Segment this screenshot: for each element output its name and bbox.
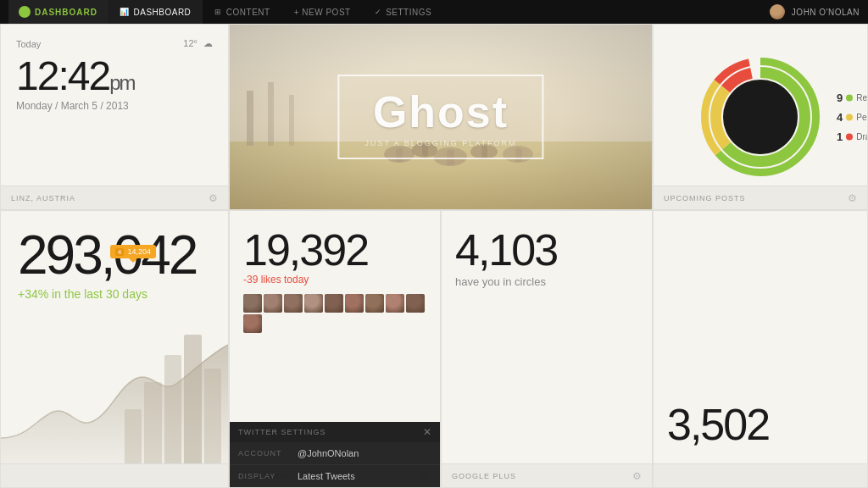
- ready-label: Ready: [856, 93, 868, 103]
- upcoming-posts-label: UPCOMING POSTS: [664, 194, 746, 202]
- twitter-display-label: DISPLAY: [238, 472, 298, 480]
- twitter-close-button[interactable]: ✕: [423, 426, 431, 438]
- circles-number: 4,103: [455, 228, 638, 272]
- user-name[interactable]: JOHN O'NOLAN: [792, 8, 860, 17]
- mini-avatar: [304, 294, 323, 313]
- clock-display: 12:42pm: [16, 56, 213, 97]
- views-widget: 293,042 +34% in the last 30 days: [0, 210, 229, 488]
- circles-widget: 4,103 have you in circles GOOGLE PLUS ⚙: [441, 210, 653, 488]
- bar-5: [204, 369, 221, 463]
- circles-sub: have you in circles: [455, 275, 638, 288]
- views-footer: [1, 463, 228, 487]
- legend-draft: 1 Draft: [837, 130, 868, 143]
- bar-chart: [118, 328, 228, 463]
- today-header: Today 12° ☁: [16, 38, 213, 49]
- hero-background: Ghost Just a blogging platform: [230, 25, 652, 209]
- nav-content[interactable]: ⊞ CONTENT: [203, 0, 281, 24]
- draft-count: 1: [837, 130, 843, 143]
- tooltip-label: 4: [115, 248, 124, 256]
- twitter-display-value: Latest Tweets: [298, 471, 355, 481]
- bottom-right-footer: [654, 463, 867, 487]
- twitter-account-value: @JohnONolan: [298, 448, 359, 458]
- donut-svg: [697, 53, 824, 180]
- twitter-settings-title: TWITTER SETTINGS: [238, 428, 326, 436]
- bar-4: [184, 335, 201, 463]
- grid-icon: ⊞: [214, 8, 222, 16]
- svg-point-21: [723, 80, 798, 154]
- ready-dot: [846, 94, 853, 101]
- time-widget-footer: LINZ, AUSTRIA ⚙: [1, 186, 228, 209]
- nav-logo[interactable]: DASHBOARD: [8, 0, 108, 24]
- twitter-settings-header: TWITTER SETTINGS ✕: [230, 422, 440, 442]
- nav-logo-label: DASHBOARD: [35, 8, 97, 17]
- circles-footer: GOOGLE PLUS ⚙: [442, 463, 652, 487]
- date-display: Monday / March 5 / 2013: [16, 100, 213, 112]
- draft-label: Draft: [856, 132, 868, 141]
- mini-avatar: [243, 294, 262, 313]
- donut-settings-icon[interactable]: ⚙: [848, 192, 857, 204]
- likes-number: 19,392: [243, 228, 426, 272]
- hero-title: Ghost: [364, 86, 516, 137]
- likes-change: -39 likes today: [243, 274, 426, 286]
- mini-avatar: [325, 294, 343, 313]
- mini-avatar: [386, 294, 404, 313]
- bar-2: [144, 382, 161, 463]
- hero-subtitle: Just a blogging platform: [364, 139, 516, 147]
- chart-tooltip: 4 14,204: [110, 245, 157, 258]
- avatar[interactable]: [770, 4, 785, 19]
- legend-ready: 9 Ready: [837, 92, 868, 104]
- settings-gear-icon[interactable]: ⚙: [209, 192, 218, 204]
- nav-new-post[interactable]: + NEW POST: [282, 0, 363, 24]
- bottom-number: 3,502: [667, 402, 769, 446]
- cloud-icon: ☁: [203, 38, 213, 48]
- likes-content: 19,392 -39 likes today: [230, 211, 440, 333]
- nav-settings[interactable]: ✓ SETTINGS: [363, 0, 444, 24]
- draft-dot: [846, 133, 853, 140]
- twitter-account-label: ACCOUNT: [238, 449, 298, 458]
- donut-footer: UPCOMING POSTS ⚙: [654, 186, 867, 209]
- bottom-num-content: 3,502: [654, 385, 782, 463]
- views-change: +34% in the last 30 days: [18, 287, 211, 301]
- google-plus-label: GOOGLE PLUS: [452, 472, 516, 480]
- pending-dot: [846, 114, 853, 120]
- top-navigation: DASHBOARD 📊 DASHBOARD ⊞ CONTENT + NEW PO…: [0, 0, 868, 24]
- avatars-row: [243, 294, 426, 333]
- location-label: LINZ, AUSTRIA: [11, 194, 75, 202]
- mini-avatar: [406, 294, 425, 313]
- mini-avatar: [264, 294, 282, 313]
- bar-3: [164, 355, 181, 463]
- mini-avatar: [243, 314, 262, 333]
- donut-widget: 9 Ready 4 Pending 1 Draft UPCOMING POSTS…: [653, 24, 868, 210]
- mini-avatar: [365, 294, 384, 313]
- facebook-widget: 19,392 -39 likes today FACEBOOK ⚙ TWITTE…: [229, 210, 441, 488]
- gplus-settings-icon[interactable]: ⚙: [632, 470, 642, 482]
- tooltip-value: 14,204: [128, 247, 152, 256]
- donut-chart-container: 9 Ready 4 Pending 1 Draft: [697, 53, 824, 180]
- nav-user-area: JOHN O'NOLAN: [770, 4, 860, 19]
- twitter-display-row: DISPLAY Latest Tweets: [230, 465, 440, 487]
- bar-1: [125, 409, 142, 463]
- temp-display: 12° ☁: [183, 38, 213, 49]
- hero-title-box: Ghost Just a blogging platform: [337, 75, 543, 159]
- hero-widget: Ghost Just a blogging platform: [229, 24, 653, 210]
- mini-avatar: [284, 294, 303, 313]
- chart-icon: 📊: [120, 8, 130, 16]
- main-grid: Today 12° ☁ 12:42pm Monday / March 5 / 2…: [0, 24, 868, 488]
- circles-content: 4,103 have you in circles: [442, 211, 652, 305]
- pending-label: Pending: [856, 113, 868, 122]
- nav-dashboard[interactable]: 📊 DASHBOARD: [108, 0, 203, 24]
- ready-count: 9: [837, 92, 843, 104]
- pending-count: 4: [837, 111, 843, 124]
- legend-pending: 4 Pending: [837, 111, 868, 124]
- bottom-right-widget: 3,502: [653, 210, 868, 488]
- bottom-row: 293,042 +34% in the last 30 days: [0, 210, 868, 488]
- twitter-settings-panel: TWITTER SETTINGS ✕ ACCOUNT @JohnONolan D…: [230, 422, 440, 487]
- time-widget: Today 12° ☁ 12:42pm Monday / March 5 / 2…: [0, 24, 229, 210]
- today-label: Today: [16, 39, 41, 49]
- logo-icon: [19, 6, 31, 18]
- settings-icon: ✓: [375, 8, 382, 16]
- donut-legend: 9 Ready 4 Pending 1 Draft: [837, 92, 868, 143]
- mini-avatar: [345, 294, 364, 313]
- twitter-account-row: ACCOUNT @JohnONolan: [230, 442, 440, 465]
